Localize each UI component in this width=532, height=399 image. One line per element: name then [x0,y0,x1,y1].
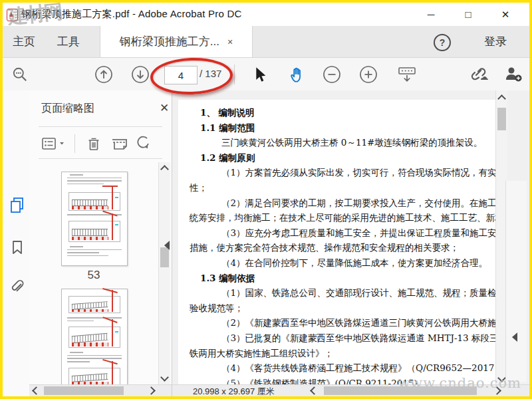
page-thumbnails-rail-button[interactable] [8,196,27,214]
panel-options-button[interactable] [41,132,65,156]
hand-tool-button[interactable] [285,58,309,90]
thumb-text-line [67,317,122,319]
find-button[interactable] [8,58,32,90]
crop-pages-icon [110,136,129,152]
maximize-button[interactable]: □ [450,3,487,26]
panel-document-divider[interactable] [172,90,172,396]
thumb-text-line [70,246,83,247]
tab-document[interactable]: 钢桁梁顶推施工方... × [100,26,253,57]
tab-home[interactable]: 主页 [4,26,44,57]
add-person-icon [503,65,523,84]
panel-divider [39,158,162,159]
thumb-text-line [67,321,94,322]
page-thumbnails-panel: 页面缩略图 ✕ [29,90,172,396]
select-tool-icon [253,66,268,82]
doc-line: 1.2 编制原则 [190,150,491,166]
tools-pane-collapsed [505,181,527,382]
pdf-page[interactable]: 1、 编制说明 1.1 编制范围 三门峡黄河公铁两用大桥主桥 0～11#墩连续钢… [178,100,496,388]
zoom-in-icon [359,65,378,84]
options-icon [41,136,59,151]
crop-pages-button[interactable] [110,132,129,156]
doc-line: （2）《新建蒙西至华中地区铁路煤运通道三门峡黄河公铁两用大桥施工图》； [190,315,491,331]
pdf-page-text: 1、 编制说明 1.1 编制范围 三门峡黄河公铁两用大桥主桥 0～11#墩连续钢… [190,105,491,388]
panel-horizontal-scrollbar[interactable] [29,384,172,396]
collapse-panel-icon[interactable] [164,241,170,250]
previous-page-button[interactable] [92,58,116,90]
doc-line: 统筹安排，均衡施工；在技术上尽可能的采用先进的施工技术、施工工艺、新材料； [190,210,491,225]
tab-close-icon[interactable]: × [227,37,233,47]
scroll-down-icon[interactable] [159,372,170,383]
thumb-text-line [67,184,104,185]
tab-document-label: 钢桁梁顶推施工方... [120,34,219,49]
scrollbar-thumb[interactable] [160,247,169,267]
scroll-up-icon[interactable] [159,164,170,175]
document-horizontal-scrollbar[interactable]: 20.998 x 29.697 厘米 [172,384,529,396]
page-thumbnails-icon [9,196,25,213]
panel-close-icon[interactable]: ✕ [160,101,169,115]
scrollbar-thumb[interactable] [497,108,506,130]
scroll-right-icon[interactable] [146,385,157,396]
acrobat-window: 钢桁梁顶推施工方案.pdf - Adobe Acrobat Pro DC ─ □… [0,0,532,399]
sign-in-button[interactable]: 登录 [484,34,507,49]
expand-tools-pane-icon[interactable] [512,332,517,342]
thumb-text-line [70,352,83,353]
doc-line: （1）方案首先必须从实际出发，切实可行，符合现场实际情况，有实现的可能 [190,165,491,180]
previous-page-icon [94,65,113,84]
rotate-pages-button[interactable] [137,132,152,156]
thumb-text-line [67,178,122,179]
attachments-rail-button[interactable] [8,278,27,297]
doc-line: 1.3 编制依据 [190,271,491,286]
thumbnail-page-54[interactable] [61,289,128,384]
thumb-text-line [67,358,122,359]
page-number-input[interactable] [164,66,198,84]
page-display-icon [397,65,417,84]
doc-line: （3）应充分考虑工程质量和施工安全，并提出保证工程质量和施工安全的技术 [190,225,491,241]
doc-line: 1、 编制说明 [190,105,491,120]
thumb-diagram [68,296,120,313]
scrollbar-thumb[interactable] [44,386,124,395]
thumb-text-line [67,249,122,251]
doc-line: 性； [190,180,491,196]
close-button[interactable]: ✕ [487,3,524,26]
doc-line: （1）国家、铁路总公司、交通部现行设计、施工规范、规程；质量检验标准及 [190,285,491,301]
thumbnail-label: 53 [61,269,126,282]
thumb-diagram [68,327,120,348]
share-link-button[interactable] [465,58,491,90]
thumb-text-line [67,355,122,356]
thumbnail-page-53[interactable] [61,172,128,266]
next-page-button[interactable] [128,58,152,90]
add-person-button[interactable] [500,58,527,90]
zoom-in-button[interactable] [356,58,380,90]
scroll-right-icon[interactable] [491,385,503,396]
doc-line: （4）在合同价控制下，尽量降低施工成本，使方案更加经济合理。 [190,255,491,271]
doc-line: 三门峡黄河公铁两用大桥主桥 0～11#墩连续钢桁梁的顶推架设。 [190,135,491,150]
page-count-label: / 137 [200,68,221,79]
scroll-left-icon[interactable] [309,385,320,396]
help-icon[interactable]: ? [434,34,451,51]
document-area: 1、 编制说明 1.1 编制范围 三门峡黄河公铁两用大桥主桥 0～11#墩连续钢… [172,90,529,396]
acrobat-logo-icon [7,9,18,21]
minimize-button[interactable]: ─ [412,3,450,26]
delete-pages-button[interactable] [86,132,102,156]
tab-tools[interactable]: 工具 [48,26,89,57]
thumb-diagram [68,221,120,242]
bookmarks-rail-button[interactable] [8,238,27,257]
panel-vertical-scrollbar[interactable] [158,162,170,384]
select-tool-button[interactable] [249,58,273,90]
doc-line: 1.1 编制范围 [190,120,491,136]
scrollbar-thumb[interactable] [324,386,477,395]
page-display-button[interactable] [394,58,420,90]
thumb-diagram [68,368,120,384]
toolbar-separator [234,65,235,84]
doc-line: 措施，使方案完全符合技术规范、操作规范和安全规程的相关要求； [190,240,491,255]
zoom-out-button[interactable] [320,58,344,90]
scroll-left-icon[interactable] [31,385,42,396]
zoom-out-icon [323,65,341,84]
thumb-text-line [67,180,122,182]
panel-toolbar-separator [74,134,75,153]
title-bar: 钢桁梁顶推施工方案.pdf - Adobe Acrobat Pro DC ─ □… [3,3,529,26]
delete-pages-icon [86,136,102,152]
window-title: 钢桁梁顶推施工方案.pdf - Adobe Acrobat Pro DC [21,8,241,21]
scroll-up-icon[interactable] [496,93,507,104]
page-size-label: 20.998 x 29.697 厘米 [193,386,275,398]
